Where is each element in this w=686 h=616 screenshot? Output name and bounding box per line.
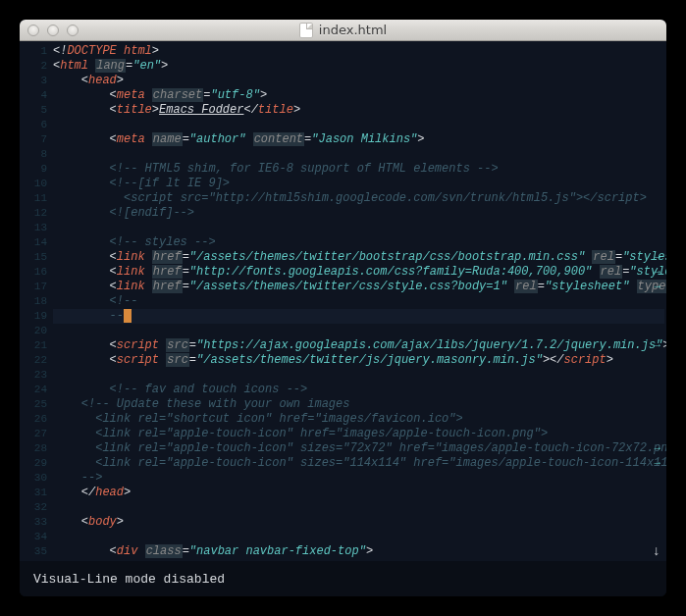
code-line[interactable]: <link rel="apple-touch-icon" sizes="72x7… <box>53 441 664 456</box>
zoom-button[interactable] <box>67 25 79 36</box>
code-line[interactable]: <!-- fav and touch icons --> <box>53 383 664 397</box>
line-number: 14 <box>20 235 47 250</box>
attr-name: name <box>152 132 183 146</box>
tag-name: div <box>117 544 138 558</box>
comment-text: <!-- HTML5 shim, for IE6-8 support of HT… <box>110 162 499 176</box>
code-line[interactable]: <body> <box>53 515 664 530</box>
attr-name: rel <box>514 280 538 293</box>
line-number: 12 <box>20 206 47 221</box>
editor-area[interactable]: 1234567891011121314151617181920212223242… <box>20 41 666 561</box>
code-line[interactable] <box>53 118 664 132</box>
titlebar[interactable]: index.html <box>20 20 666 41</box>
line-number: 20 <box>20 324 47 338</box>
tag-name: link <box>117 250 145 264</box>
code-line[interactable]: <!-- <box>53 294 664 309</box>
line-number: 29 <box>20 456 47 471</box>
code-line[interactable]: <link href="/assets/themes/twitter/boots… <box>53 250 664 265</box>
close-button[interactable] <box>27 25 39 36</box>
attr-name: class <box>145 544 183 558</box>
attr-name: rel <box>592 250 615 264</box>
tag-name: body <box>88 515 117 529</box>
comment-text: <link rel="shortcut icon" href="images/f… <box>95 412 462 426</box>
status-text: Visual-Line mode disabled <box>33 572 225 587</box>
attr-value: "utf-8" <box>210 88 259 102</box>
code-line[interactable]: <script src="https://ajax.googleapis.com… <box>53 338 664 353</box>
attr-value: "/assets/themes/twitter/css/style.css?bo… <box>189 280 507 293</box>
editor-window: index.html 12345678910111213141516171819… <box>20 20 666 596</box>
comment-text: --> <box>81 471 103 485</box>
code-line[interactable]: -- <box>53 309 664 324</box>
text-content: Emacs Fodder <box>159 103 243 117</box>
comment-text: <!-- styles --> <box>110 235 216 249</box>
minimize-button[interactable] <box>47 25 59 36</box>
attr-value: "http://fonts.googleapis.com/css?family=… <box>189 265 592 279</box>
line-number: 6 <box>20 118 47 132</box>
code-line[interactable]: <!--[if lt IE 9]> <box>53 177 664 191</box>
code-line[interactable]: --> <box>53 471 664 486</box>
line-number: 30 <box>20 471 47 486</box>
line-number: 13 <box>20 221 47 235</box>
code-line[interactable] <box>53 324 664 338</box>
code-line[interactable]: <title>Emacs Fodder</title> <box>53 103 664 118</box>
line-number: 32 <box>20 500 47 515</box>
code-line[interactable] <box>53 221 664 235</box>
line-number: 5 <box>20 103 47 118</box>
code-line[interactable] <box>53 368 664 383</box>
code-line[interactable]: <meta charset="utf-8"> <box>53 88 664 103</box>
code-line[interactable]: <link rel="shortcut icon" href="images/f… <box>53 412 664 427</box>
attr-value: "author" <box>189 132 246 146</box>
code-line[interactable]: <link rel="apple-touch-icon" href="image… <box>53 427 664 441</box>
line-number: 35 <box>20 544 47 559</box>
tag-name: script <box>564 353 607 367</box>
comment-text: <!-- Update these with your own images <box>81 397 350 411</box>
line-number: 1 <box>20 44 47 59</box>
file-icon <box>299 23 313 38</box>
line-number: 24 <box>20 383 47 397</box>
code-line[interactable]: <!DOCTYPE html> <box>53 44 664 59</box>
code-line[interactable]: <![endif]--> <box>53 206 664 221</box>
tag-name: head <box>95 486 124 499</box>
scroll-arrow-down-icon: ↓ <box>653 543 660 559</box>
minibuffer: Visual-Line mode disabled <box>20 561 666 596</box>
code-line[interactable]: <head> <box>53 74 664 88</box>
tag-name: link <box>117 265 145 279</box>
code-line[interactable]: <script src="http://html5shim.googlecode… <box>53 191 664 206</box>
code-line[interactable]: <!-- Update these with your own images <box>53 397 664 412</box>
code-line[interactable]: <!-- styles --> <box>53 235 664 250</box>
attr-name: charset <box>152 88 203 102</box>
attr-name: rel <box>600 265 623 279</box>
tag-name: head <box>88 74 117 87</box>
line-number: 7 <box>20 132 47 147</box>
line-number: 8 <box>20 147 47 162</box>
comment-text: <link rel="apple-touch-icon" sizes="72x7… <box>95 441 666 455</box>
comment-text: <![endif]--> <box>110 206 194 220</box>
code-line[interactable] <box>53 147 664 162</box>
window-title: index.html <box>319 23 387 37</box>
code-line[interactable]: <!-- HTML5 shim, for IE6-8 support of HT… <box>53 162 664 177</box>
code-line[interactable]: <link rel="apple-touch-icon" sizes="114x… <box>53 456 664 471</box>
code-line[interactable]: <link href="/assets/themes/twitter/css/s… <box>53 280 664 294</box>
attr-value: "navbar navbar-fixed-top" <box>189 544 366 558</box>
line-number: 4 <box>20 88 47 103</box>
code-line[interactable]: <div class="navbar navbar-fixed-top"> <box>53 544 664 559</box>
code-line[interactable] <box>53 530 664 544</box>
attr-value: "Jason Milkins" <box>311 132 417 146</box>
code-line[interactable]: <script src="/assets/themes/twitter/js/j… <box>53 353 664 368</box>
tag-name: title <box>258 103 293 117</box>
code-area[interactable]: <!DOCTYPE html><html lang="en"> <head> <… <box>53 41 666 561</box>
attr-name: href <box>152 265 183 279</box>
text-cursor <box>124 309 132 323</box>
line-number: 19 <box>20 309 47 324</box>
comment-text: <link rel="apple-touch-icon" href="image… <box>95 427 548 440</box>
line-number: 15 <box>20 250 47 265</box>
wrap-arrow-icon: → <box>654 456 660 471</box>
code-line[interactable]: <meta name="author" content="Jason Milki… <box>53 132 664 147</box>
tag-name: script <box>117 353 159 367</box>
code-line[interactable]: <html lang="en"> <box>53 59 664 74</box>
code-line[interactable] <box>53 500 664 515</box>
attr-value: "en" <box>132 59 161 73</box>
code-line[interactable]: </head> <box>53 486 664 500</box>
code-line[interactable]: <link href="http://fonts.googleapis.com/… <box>53 265 664 280</box>
tag-name: meta <box>117 132 145 146</box>
line-number: 26 <box>20 412 47 427</box>
